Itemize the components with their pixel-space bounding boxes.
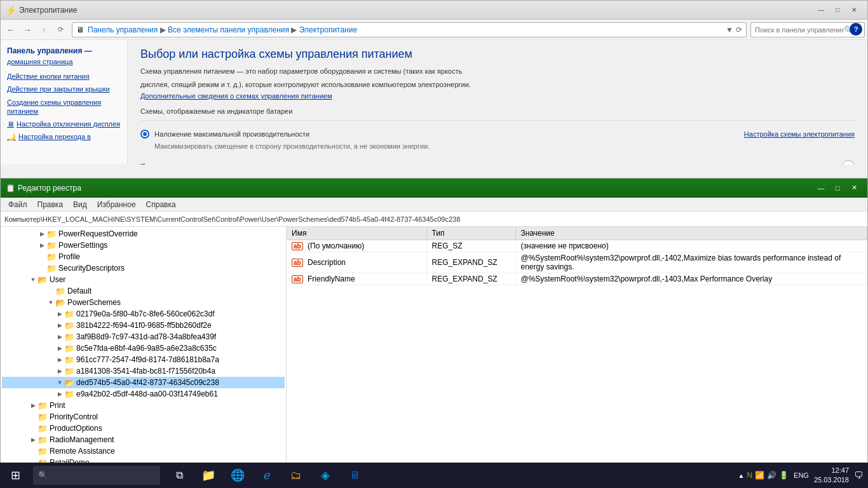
sidebar-link-3[interactable]: 🖥 Настройка отключения дисплея <box>7 119 121 128</box>
tree-label: 3af9B8d9-7c97-431d-ad78-34a8bfea439f <box>76 332 216 341</box>
tree-item-powersettings[interactable]: ▶ 📁 PowerSettings <box>2 240 285 251</box>
folder-icon: 📁 <box>64 389 74 399</box>
sidebar-link-0[interactable]: Действие кнопки питания <box>7 72 121 81</box>
reg-value-row-0[interactable]: ab (По умолчанию) REG_SZ (значение не пр… <box>287 240 867 252</box>
folder-icon: 📂 <box>64 377 74 388</box>
taskbar-clock[interactable]: 12:47 25.03.2018 <box>814 466 849 485</box>
reg-menu-favorites[interactable]: Избранное <box>92 199 141 210</box>
action-center-icon[interactable]: 🗨 <box>854 470 863 480</box>
ab-icon: ab <box>292 259 303 267</box>
reg-menu-view[interactable]: Вид <box>68 199 92 210</box>
cp-body: Панель управления — домашняя страница Де… <box>1 40 867 165</box>
cp-address-bar[interactable]: 🖥 Панель управления ▶ Все элементы панел… <box>72 22 747 37</box>
cp-search-box[interactable]: 🔍 <box>750 22 865 37</box>
tree-item-guid-6[interactable]: ▶ 📁 e9a42b02-d5df-448d-aa00-03f14749eb61 <box>2 388 285 400</box>
taskbar-task-view[interactable]: ⧉ <box>165 463 193 488</box>
reg-address-text: Компьютер\HKEY_LOCAL_MACHINE\SYSTEM\Curr… <box>4 215 460 223</box>
toggle-spacer <box>29 424 37 433</box>
cp-main-title: Выбор или настройка схемы управления пит… <box>140 48 855 61</box>
reg-value-row-1[interactable]: ab Description REG_EXPAND_SZ @%SystemRoo… <box>287 252 867 273</box>
folder-icon: 📁 <box>201 468 215 482</box>
back-button[interactable]: ← <box>3 22 18 37</box>
tree-label: PowerRequestOverride <box>58 229 138 238</box>
start-button[interactable]: ⊞ <box>0 463 31 488</box>
expand-button[interactable]: ∨ <box>842 160 855 165</box>
cp-close-button[interactable]: ✕ <box>846 4 862 17</box>
taskbar: ⊞ 🔍 ⧉ 📁 🌐 ℯ 🗂 ◈ 🖥 ▲ N 📶 🔊 <box>0 463 868 488</box>
folder-icon: 📁 <box>37 446 48 456</box>
tree-item-guid-2[interactable]: ▶ 📁 3af9B8d9-7c97-431d-ad78-34a8bfea439f <box>2 331 285 342</box>
network-icon: 📶 <box>755 471 764 480</box>
help-button[interactable]: ? <box>850 23 862 36</box>
taskbar-time-display: 12:47 <box>814 466 849 475</box>
folder-icon: 📁 <box>46 252 57 262</box>
toggle-icon: ▶ <box>55 332 64 341</box>
taskbar-app2[interactable]: 🖥 <box>341 463 369 488</box>
refresh-button[interactable]: ⟳ <box>53 22 68 37</box>
tree-item-powerrequestoverride[interactable]: ▶ 📁 PowerRequestOverride <box>2 228 285 240</box>
moon-icon: 🌙 <box>7 132 16 141</box>
reg-menu-edit[interactable]: Правка <box>32 199 69 210</box>
scheme-settings-link[interactable]: Настройка схемы электропитания <box>744 130 855 138</box>
sidebar-link-4[interactable]: 🌙 Настройка перехода в <box>7 132 121 141</box>
reg-value-data: (значение не присвоено) <box>515 240 867 252</box>
tray-arrow[interactable]: ▲ <box>738 472 745 479</box>
lang-indicator[interactable]: ENG <box>794 471 809 479</box>
reg-tree[interactable]: ▶ 📁 PowerRequestOverride ▶ 📁 PowerSettin… <box>1 227 287 463</box>
cp-minimize-button[interactable]: — <box>813 4 829 17</box>
tree-item-guid-3[interactable]: ▶ 📁 8c5e7fda-e8bf-4a96-9a85-a6e23a8c635c <box>2 342 285 354</box>
app2-icon: 🖥 <box>349 470 360 481</box>
forward-button[interactable]: → <box>20 22 35 37</box>
cp-search-input[interactable] <box>755 26 844 34</box>
tree-item-guid-4[interactable]: ▶ 📁 961cc777-2547-4f9d-8174-7d86181b8a7a <box>2 354 285 365</box>
tree-item-print[interactable]: ▶ 📁 Print <box>2 400 285 411</box>
tree-item-powerschemes[interactable]: ▼ 📂 PowerSchemes <box>2 297 285 308</box>
taskbar-file-explorer[interactable]: 📁 <box>194 463 222 488</box>
scheme-radio[interactable] <box>140 130 149 139</box>
reg-close-button[interactable]: ✕ <box>846 182 862 194</box>
reg-value-data: @%SystemRoot%\system32\powrprof.dll,-140… <box>515 273 867 285</box>
tree-item-guid-selected[interactable]: ▼ 📂 ded574b5-45a0-4f42-8737-46345c09c238 <box>2 377 285 388</box>
toggle-spacer <box>29 447 37 456</box>
tree-item-default[interactable]: 📁 Default <box>2 285 285 297</box>
col-name: Имя <box>287 227 426 240</box>
tree-item-remoteassistance[interactable]: 📁 Remote Assistance <box>2 445 285 457</box>
toggle-icon: ▼ <box>29 275 37 284</box>
tree-item-user[interactable]: ▼ 📂 User <box>2 274 285 285</box>
tree-item-guid-1[interactable]: ▶ 📁 381b4222-f694-41f0-9685-ff5bb260df2e <box>2 320 285 331</box>
files-icon: 🗂 <box>290 469 302 482</box>
reg-menu-file[interactable]: Файл <box>3 199 32 210</box>
reg-minimize-button[interactable]: — <box>813 182 829 194</box>
toggle-spacer <box>29 412 37 421</box>
taskbar-edge[interactable]: 🌐 <box>224 463 252 488</box>
reg-menu-help[interactable]: Справка <box>141 199 181 210</box>
taskbar-ie[interactable]: ℯ <box>253 463 281 488</box>
reg-value-row-2[interactable]: ab FriendlyName REG_EXPAND_SZ @%SystemRo… <box>287 273 867 285</box>
up-button[interactable]: ↑ <box>36 22 51 37</box>
ab-icon: ab <box>292 275 303 283</box>
tree-item-radiomanagement[interactable]: ▶ 📁 RadioManagement <box>2 434 285 445</box>
reg-value-name: ab Description <box>287 252 426 273</box>
tree-item-guid-0[interactable]: ▶ 📁 02179e0a-5f80-4b7c-8fe6-560ce062c3df <box>2 308 285 320</box>
folder-icon: 📁 <box>64 332 74 342</box>
taskbar-search[interactable]: 🔍 <box>33 466 160 485</box>
tree-item-prioritycontrol[interactable]: 📁 PriorityControl <box>2 411 285 423</box>
cp-sidebar-home[interactable]: домашняя страница <box>7 58 121 65</box>
cp-maximize-button[interactable]: □ <box>829 4 846 17</box>
cp-power-link[interactable]: Дополнительные сведения о схемах управле… <box>140 92 855 100</box>
tree-item-securitydescriptors[interactable]: 📁 SecurityDescriptors <box>2 262 285 274</box>
tree-item-guid-5[interactable]: ▶ 📁 a1841308-3541-4fab-bc81-f71556f20b4a <box>2 365 285 377</box>
tree-item-productoptions[interactable]: 📁 ProductOptions <box>2 423 285 434</box>
volume-icon: 🔊 <box>767 471 776 480</box>
tree-label: PowerSettings <box>58 241 107 250</box>
tree-item-profile[interactable]: 📁 Profile <box>2 251 285 262</box>
taskbar-app1[interactable]: ◈ <box>311 463 339 488</box>
sidebar-link-2[interactable]: Создание схемы управления питанием <box>7 98 121 116</box>
reg-titlebar: 📋 Редактор реестра — □ ✕ <box>1 179 867 198</box>
taskbar-files[interactable]: 🗂 <box>282 463 310 488</box>
tree-label: Profile <box>58 252 80 261</box>
reg-maximize-button[interactable]: □ <box>829 182 846 194</box>
toggle-icon: ▶ <box>55 344 64 353</box>
sidebar-link-1[interactable]: Действие при закрытии крышки <box>7 85 121 93</box>
toggle-icon: ▼ <box>46 298 55 307</box>
